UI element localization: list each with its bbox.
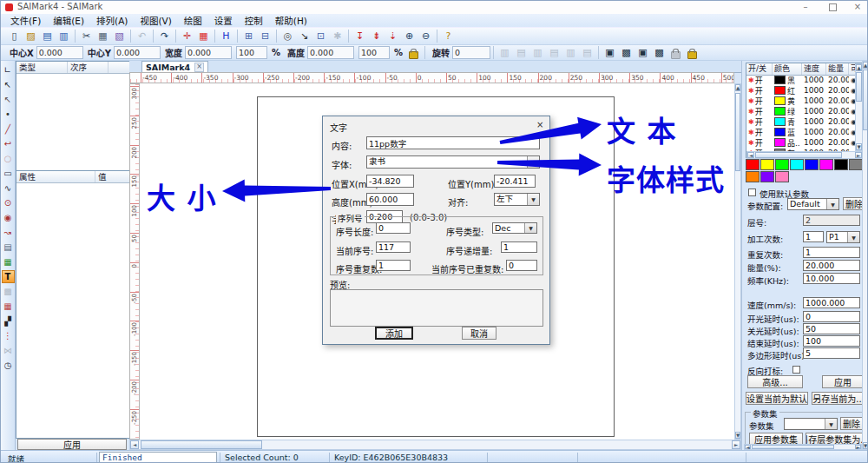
close-button[interactable]: × bbox=[848, 1, 867, 12]
param-config-dropdown[interactable]: Default ▼ bbox=[787, 198, 839, 210]
set-default-button[interactable]: 设置当前为默认 bbox=[746, 392, 808, 405]
scroll-right-icon[interactable]: ► bbox=[732, 440, 740, 449]
font-dropdown[interactable]: 隶书 ▼ bbox=[366, 155, 540, 169]
center-y-field[interactable] bbox=[114, 46, 161, 59]
horizontal-scroll-thumb[interactable] bbox=[141, 440, 262, 449]
open-file-icon[interactable]: ▨ bbox=[23, 30, 38, 43]
menu-item-3[interactable]: 视图(V) bbox=[134, 14, 177, 27]
zoom-out-icon[interactable]: ⊖ bbox=[418, 30, 433, 43]
vertical-scroll-thumb[interactable] bbox=[735, 93, 740, 171]
scroll-up-icon[interactable]: ▲ bbox=[863, 62, 868, 69]
height-field[interactable] bbox=[366, 193, 414, 206]
energy-field[interactable] bbox=[803, 260, 860, 271]
menu-item-2[interactable]: 排列(A) bbox=[90, 14, 134, 27]
panel-vertical-scrollbar[interactable]: ▲ ▼ bbox=[862, 61, 868, 450]
dialog-close-icon[interactable]: × bbox=[536, 120, 543, 129]
barcode-tool[interactable]: ▞ bbox=[2, 314, 15, 327]
zoom-in-icon[interactable]: ⊕ bbox=[402, 30, 417, 43]
scroll-down-icon[interactable]: ▼ bbox=[863, 442, 868, 449]
chevron-down-icon[interactable]: ▼ bbox=[825, 419, 837, 429]
speed-field[interactable] bbox=[803, 297, 860, 308]
end-delay-field[interactable] bbox=[803, 335, 860, 347]
pen-row[interactable]: ✱开绿100020.00◉ bbox=[746, 106, 863, 116]
type-column-header[interactable]: 类型 bbox=[16, 62, 68, 73]
chevron-down-icon[interactable]: ▼ bbox=[847, 232, 859, 242]
add-button[interactable]: 添加 bbox=[375, 327, 413, 340]
scroll-down-icon[interactable]: ▼ bbox=[856, 143, 862, 150]
value-column-header[interactable]: 值 bbox=[95, 171, 129, 182]
polyline-tool[interactable]: ↩ bbox=[2, 137, 15, 150]
point-tool[interactable]: • bbox=[2, 108, 15, 121]
mark-once-icon[interactable]: ↧ bbox=[352, 30, 367, 43]
scroll-down-icon[interactable]: ▼ bbox=[735, 432, 740, 439]
tab-close-icon[interactable]: × bbox=[194, 63, 204, 72]
save-current-as-button[interactable]: 另存当前为... bbox=[812, 392, 865, 405]
image-tool[interactable]: ▦ bbox=[2, 255, 15, 268]
palette-color-swatch[interactable] bbox=[760, 171, 774, 182]
content-field[interactable] bbox=[366, 136, 540, 149]
palette-color-swatch[interactable] bbox=[834, 159, 848, 170]
polygon-tool[interactable]: ○ bbox=[2, 152, 15, 165]
dots-tool[interactable]: ⋮ bbox=[2, 329, 15, 342]
vertical-scroll-thumb[interactable] bbox=[856, 72, 862, 102]
align-icon[interactable]: ⊞ bbox=[241, 30, 256, 43]
delete-paramset-button[interactable]: 删除 bbox=[840, 417, 863, 430]
palette-color-swatch[interactable] bbox=[775, 159, 789, 170]
preview-icon[interactable]: ⊡ bbox=[313, 30, 328, 43]
chevron-down-icon[interactable]: ▼ bbox=[527, 156, 539, 168]
measure-icon[interactable]: ⊟ bbox=[258, 30, 273, 43]
scroll-left-icon[interactable]: ◄ bbox=[747, 152, 754, 158]
laser-off-delay-field[interactable] bbox=[803, 323, 860, 334]
palette-color-swatch[interactable] bbox=[790, 159, 804, 170]
scroll-up-icon[interactable]: ▲ bbox=[735, 84, 740, 91]
use-default-checkbox[interactable] bbox=[748, 189, 756, 196]
width-field[interactable] bbox=[185, 46, 232, 59]
unlock-icon[interactable] bbox=[687, 51, 697, 59]
width-percent-field[interactable] bbox=[236, 46, 267, 59]
minimize-button[interactable]: – bbox=[796, 1, 815, 12]
ungroup-icon[interactable]: ▩ bbox=[619, 46, 634, 60]
pen-row[interactable]: ✱开黄100020.00◉ bbox=[746, 96, 863, 106]
object-list[interactable]: 类型 次序 bbox=[16, 61, 130, 172]
menu-item-0[interactable]: 文件(F) bbox=[4, 14, 47, 27]
pen-row[interactable]: ✱开黑100020.00◉ bbox=[746, 75, 863, 85]
property-column-header[interactable]: 属性 bbox=[16, 171, 95, 182]
frequency-field[interactable] bbox=[803, 273, 860, 284]
pen-table[interactable]: 开/关颜色速度能量可.. ✱开黑100020.00◉✱开红100020.00◉✱… bbox=[746, 63, 864, 158]
panel-horizontal-scrollbar[interactable]: ◄ ► bbox=[744, 444, 862, 450]
scroll-left-icon[interactable]: ◄ bbox=[745, 445, 751, 449]
repeat-times-field[interactable] bbox=[803, 247, 860, 258]
save-icon[interactable]: ▤ bbox=[40, 30, 55, 43]
menu-item-5[interactable]: 设置 bbox=[208, 14, 239, 27]
menu-item-7[interactable]: 帮助(H) bbox=[269, 14, 313, 27]
pass-select-dropdown[interactable]: P1 ▼ bbox=[826, 231, 860, 243]
ellipse-tool[interactable]: ◉ bbox=[2, 211, 15, 224]
palette-color-swatch[interactable] bbox=[819, 159, 833, 170]
text-tool[interactable]: T bbox=[2, 270, 15, 283]
scroll-right-icon[interactable]: ► bbox=[855, 152, 862, 158]
pen-row[interactable]: ✱开蓝100020.00◉ bbox=[746, 127, 863, 137]
palette-color-swatch[interactable] bbox=[760, 159, 774, 170]
save-paramset-as-button[interactable]: 另存层参数集为... bbox=[806, 433, 863, 445]
group-icon[interactable]: ▣ bbox=[602, 46, 617, 60]
apply-params-button[interactable]: 应用 bbox=[822, 375, 864, 388]
copy-icon[interactable]: ▦ bbox=[95, 30, 110, 43]
paramset-dropdown[interactable]: ▼ bbox=[784, 418, 838, 430]
curve-tool[interactable]: ∿ bbox=[2, 182, 15, 195]
paste-icon[interactable]: ▧ bbox=[112, 30, 127, 43]
center-x-field[interactable] bbox=[36, 46, 83, 59]
menu-item-1[interactable]: 编辑(E) bbox=[47, 14, 90, 27]
vertical-scroll-thumb[interactable] bbox=[863, 69, 868, 130]
maximize-button[interactable] bbox=[829, 3, 837, 11]
align-dropdown[interactable]: 左下 ▼ bbox=[494, 193, 540, 206]
rectangle-tool[interactable]: ▭ bbox=[2, 167, 15, 180]
document-tab[interactable]: SAIMark4 × bbox=[141, 61, 208, 73]
order-column-header[interactable]: 次序 bbox=[68, 62, 108, 73]
reverse-mark-checkbox[interactable] bbox=[792, 366, 800, 374]
circle-tool[interactable]: ⊙ bbox=[2, 196, 15, 209]
line-tool[interactable]: ╱ bbox=[2, 122, 15, 136]
menu-item-4[interactable]: 绘图 bbox=[178, 14, 208, 27]
select-tool[interactable]: ↖ bbox=[2, 78, 15, 91]
sn-repeat-field[interactable] bbox=[376, 260, 411, 271]
horizontal-scroll-thumb[interactable] bbox=[752, 445, 834, 449]
